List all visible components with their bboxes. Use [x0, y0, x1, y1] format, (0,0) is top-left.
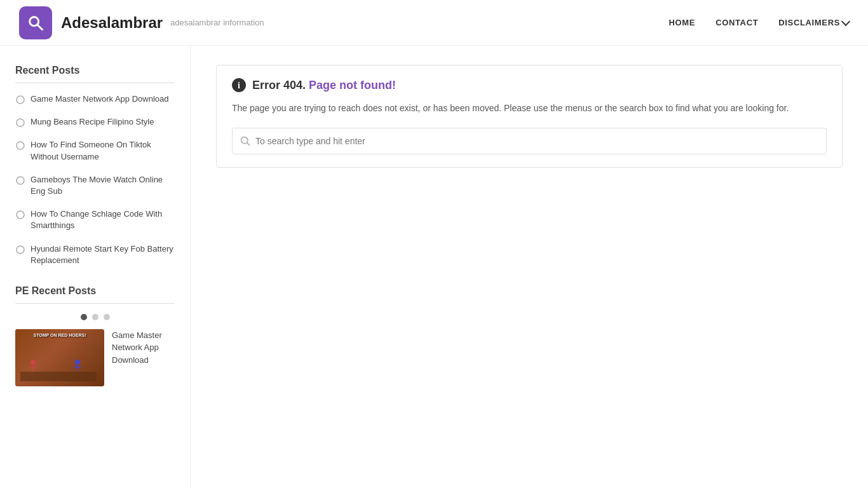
svg-point-6: [17, 211, 24, 219]
search-logo-svg: [27, 14, 44, 32]
logo-icon[interactable]: [19, 6, 52, 39]
site-tagline: adesalambrar information: [170, 18, 264, 27]
nav-contact[interactable]: CONTACT: [715, 18, 758, 27]
svg-rect-8: [20, 372, 97, 381]
game-scene-svg: [20, 349, 97, 381]
search-input[interactable]: [255, 128, 818, 154]
error-code: Error 404.: [252, 79, 306, 92]
post-link[interactable]: Gameboys The Movie Watch Online Eng Sub: [31, 174, 175, 197]
page-wrapper: Recent Posts Game Master Network App Dow…: [0, 46, 868, 488]
svg-point-9: [31, 360, 36, 365]
pe-card-title[interactable]: Game Master Network App Download: [112, 329, 175, 367]
svg-point-2: [17, 96, 24, 104]
dot-1[interactable]: [81, 314, 87, 320]
pe-thumbnail-inner: STOMP ON RED HOERS!: [15, 329, 104, 386]
chevron-down-icon: [841, 17, 850, 25]
bullet-icon: [15, 140, 25, 151]
bullet-icon: [15, 95, 25, 105]
search-icon: [240, 136, 250, 146]
site-header: Adesalambrar adesalambrar information HO…: [0, 0, 868, 46]
thumbnail-overlay-text: STOMP ON RED HOERS!: [34, 333, 86, 337]
error-message: Page not found!: [309, 79, 396, 92]
error-heading: Error 404. Page not found!: [252, 79, 396, 92]
nav-disclaimers[interactable]: DISCLAIMERS: [778, 18, 849, 27]
list-item[interactable]: How To Find Someone On Tiktok Without Us…: [15, 139, 175, 162]
pe-card: STOMP ON RED HOERS! Game Master Network …: [15, 329, 175, 386]
post-link[interactable]: How To Find Someone On Tiktok Without Us…: [31, 139, 175, 162]
svg-point-7: [17, 246, 24, 254]
main-nav: HOME CONTACT DISCLAIMERS: [669, 18, 849, 27]
list-item[interactable]: How To Change Schlage Code With Smartthi…: [15, 208, 175, 231]
svg-point-4: [17, 142, 24, 149]
post-link[interactable]: Mung Beans Recipe Filipino Style: [31, 116, 154, 128]
pe-carousel-dots: [15, 314, 175, 320]
bullet-icon: [15, 210, 25, 220]
error-box: i Error 404. Page not found! The page yo…: [216, 65, 843, 168]
dot-2[interactable]: [92, 314, 98, 320]
svg-point-5: [17, 177, 24, 184]
svg-text:i: i: [238, 81, 240, 90]
error-title-row: i Error 404. Page not found!: [232, 78, 827, 92]
post-link[interactable]: Game Master Network App Download: [31, 93, 168, 105]
list-item[interactable]: Mung Beans Recipe Filipino Style: [15, 116, 175, 128]
pe-recent-posts-title: PE Recent Posts: [15, 285, 175, 304]
svg-point-3: [17, 119, 24, 126]
svg-point-12: [75, 360, 80, 365]
nav-home[interactable]: HOME: [669, 18, 696, 27]
error-info-icon: i: [232, 78, 246, 92]
svg-line-1: [37, 24, 43, 29]
error-description: The page you are trying to reach does no…: [232, 101, 827, 115]
dot-3[interactable]: [104, 314, 110, 320]
recent-posts-list: Game Master Network App Download Mung Be…: [15, 93, 175, 266]
bullet-icon: [15, 245, 25, 255]
search-box[interactable]: [232, 128, 827, 154]
bullet-icon: [15, 175, 25, 186]
post-link[interactable]: Hyundai Remote Start Key Fob Battery Rep…: [31, 243, 175, 266]
recent-posts-title: Recent Posts: [15, 65, 175, 83]
post-link[interactable]: How To Change Schlage Code With Smartthi…: [31, 208, 175, 231]
pe-thumbnail[interactable]: STOMP ON RED HOERS!: [15, 329, 104, 386]
list-item[interactable]: Game Master Network App Download: [15, 93, 175, 105]
list-item[interactable]: Gameboys The Movie Watch Online Eng Sub: [15, 174, 175, 197]
main-content: i Error 404. Page not found! The page yo…: [191, 46, 868, 488]
site-name: Adesalambrar: [61, 14, 163, 32]
sidebar: Recent Posts Game Master Network App Dow…: [0, 46, 191, 488]
bullet-icon: [15, 118, 25, 128]
list-item[interactable]: Hyundai Remote Start Key Fob Battery Rep…: [15, 243, 175, 266]
